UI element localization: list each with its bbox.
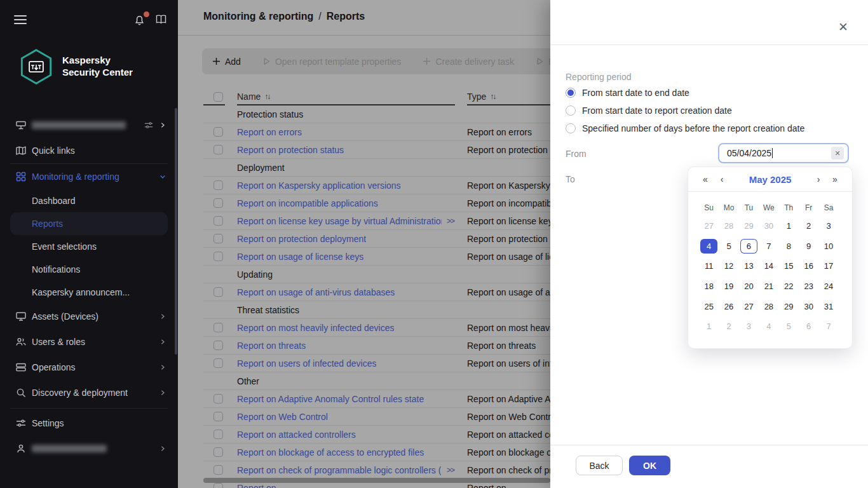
clear-icon[interactable]: ✕ xyxy=(831,147,844,159)
from-field-label: From xyxy=(566,149,587,159)
sidebar: Kaspersky Security Center Quick links xyxy=(0,0,178,488)
stack-icon xyxy=(15,362,27,373)
calendar-day[interactable]: 7 xyxy=(820,319,837,334)
calendar-day[interactable]: 18 xyxy=(700,279,717,294)
sidebar-item-dashboard[interactable]: Dashboard xyxy=(0,189,178,212)
documentation-book-icon[interactable] xyxy=(155,14,167,25)
monitor-icon xyxy=(15,311,27,322)
calendar-day[interactable]: 28 xyxy=(721,219,738,233)
divider xyxy=(688,191,852,192)
sidebar-item-label: Assets (Devices) xyxy=(32,311,98,322)
calendar-day[interactable]: 23 xyxy=(800,279,817,294)
calendar-day[interactable]: 13 xyxy=(740,259,757,273)
map-icon xyxy=(15,145,27,156)
sidebar-item-users-roles[interactable]: Users & roles xyxy=(0,329,178,355)
calendar-day[interactable]: 29 xyxy=(780,299,797,314)
calendar-weekday-row: SuMoTuWeThFrSa xyxy=(688,200,852,216)
calendar-day[interactable]: 8 xyxy=(780,239,797,254)
sidebar-item-operations[interactable]: Operations xyxy=(0,355,178,380)
calendar-weekday-label: Tu xyxy=(745,203,754,212)
calendar-day[interactable]: 5 xyxy=(721,239,738,254)
calendar-weekday-label: Th xyxy=(784,203,793,212)
sidebar-item-label: Users & roles xyxy=(32,337,85,347)
previous-year-icon[interactable]: « xyxy=(697,174,714,184)
calendar-day[interactable]: 2 xyxy=(721,319,738,334)
calendar-day[interactable]: 30 xyxy=(800,299,817,314)
ok-button[interactable]: OK xyxy=(629,456,670,475)
radio-label: From start date to report creation date xyxy=(582,105,732,116)
calendar-day[interactable]: 6 xyxy=(740,239,757,254)
radio-from-start-to-creation[interactable]: From start date to report creation date xyxy=(566,105,732,116)
calendar-day[interactable]: 26 xyxy=(721,299,738,314)
sidebar-item-account[interactable] xyxy=(0,436,178,461)
calendar-day[interactable]: 11 xyxy=(700,259,717,273)
to-field-label: To xyxy=(566,174,575,184)
calendar-day[interactable]: 16 xyxy=(800,259,817,273)
radio-label: From start date to end date xyxy=(582,88,689,98)
divider xyxy=(550,44,868,45)
calendar-day[interactable]: 28 xyxy=(760,299,777,314)
chevron-right-icon xyxy=(159,389,166,396)
from-date-input[interactable]: 05/04/2025 ✕ xyxy=(718,143,849,163)
calendar-day[interactable]: 6 xyxy=(800,319,817,334)
sliders-icon xyxy=(15,417,27,429)
close-icon[interactable]: ✕ xyxy=(836,20,850,34)
server-properties-icon[interactable] xyxy=(144,120,154,130)
person-icon xyxy=(15,443,27,454)
calendar-day[interactable]: 27 xyxy=(700,219,717,233)
server-icon xyxy=(15,119,27,131)
calendar-day[interactable]: 12 xyxy=(721,259,738,273)
sidebar-item-event-selections[interactable]: Event selections xyxy=(0,235,178,258)
calendar-day[interactable]: 1 xyxy=(780,219,797,233)
calendar-day[interactable]: 27 xyxy=(740,299,757,314)
sidebar-item-label: Notifications xyxy=(32,264,80,274)
calendar-day[interactable]: 20 xyxy=(740,279,757,294)
menu-icon[interactable] xyxy=(14,15,27,24)
back-button[interactable]: Back xyxy=(576,456,623,475)
sidebar-item-discovery-deployment[interactable]: Discovery & deployment xyxy=(0,380,178,405)
sidebar-item-label: Reports xyxy=(32,219,63,229)
account-name-redacted xyxy=(32,445,107,452)
sidebar-item-assets-devices[interactable]: Assets (Devices) xyxy=(0,304,178,329)
calendar-day[interactable]: 22 xyxy=(780,279,797,294)
calendar-day[interactable]: 5 xyxy=(780,319,797,334)
calendar-day[interactable]: 21 xyxy=(760,279,777,294)
calendar-month-label[interactable]: May 2025 xyxy=(730,174,810,185)
sidebar-item-notifications[interactable]: Notifications xyxy=(0,258,178,281)
calendar-day[interactable]: 31 xyxy=(820,299,837,314)
calendar-day[interactable]: 1 xyxy=(700,319,717,334)
calendar-day[interactable]: 14 xyxy=(760,259,777,273)
calendar-day[interactable]: 15 xyxy=(780,259,797,273)
calendar-weekday-label: Mo xyxy=(724,203,735,212)
previous-month-icon[interactable]: ‹ xyxy=(714,174,730,184)
calendar-day[interactable]: 25 xyxy=(700,299,717,314)
calendar-day[interactable]: 7 xyxy=(760,239,777,254)
sidebar-scrollbar[interactable] xyxy=(175,108,177,355)
sidebar-item-settings[interactable]: Settings xyxy=(0,410,178,436)
calendar-day[interactable]: 30 xyxy=(760,219,777,233)
calendar-day[interactable]: 10 xyxy=(820,239,837,254)
calendar-day[interactable]: 9 xyxy=(800,239,817,254)
radio-from-start-to-end[interactable]: From start date to end date xyxy=(566,88,689,98)
calendar-day[interactable]: 3 xyxy=(820,219,837,233)
radio-icon xyxy=(566,105,576,116)
calendar-day[interactable]: 24 xyxy=(820,279,837,294)
sidebar-item-administration-server[interactable] xyxy=(0,112,178,138)
search-icon xyxy=(15,387,27,398)
sidebar-item-reports[interactable]: Reports xyxy=(10,212,168,235)
sidebar-item-kaspersky-announcements[interactable]: Kaspersky announcem... xyxy=(0,281,178,304)
reporting-period-label: Reporting period xyxy=(566,72,632,82)
calendar-day[interactable]: 19 xyxy=(721,279,738,294)
next-month-icon[interactable]: › xyxy=(810,174,827,184)
calendar-day[interactable]: 2 xyxy=(800,219,817,233)
next-year-icon[interactable]: » xyxy=(827,174,843,184)
calendar-day[interactable]: 4 xyxy=(700,239,717,254)
divider xyxy=(550,445,868,445)
calendar-day[interactable]: 3 xyxy=(740,319,757,334)
radio-days-before-creation[interactable]: Specified number of days before the repo… xyxy=(566,123,804,133)
calendar-day[interactable]: 29 xyxy=(740,219,757,233)
calendar-day[interactable]: 17 xyxy=(820,259,837,273)
calendar-day[interactable]: 4 xyxy=(760,319,777,334)
sidebar-item-quick-links[interactable]: Quick links xyxy=(0,138,178,163)
sidebar-item-monitoring-reporting[interactable]: Monitoring & reporting xyxy=(0,164,178,189)
